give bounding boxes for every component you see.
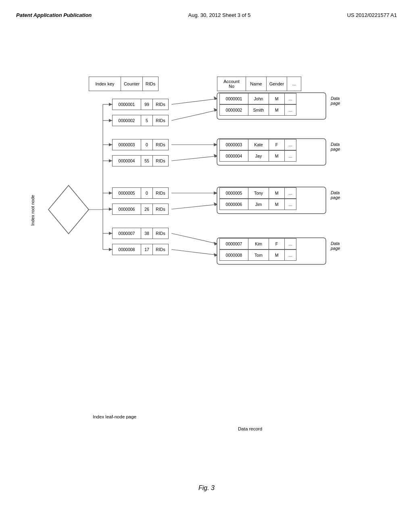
dc-dots-5: ... xyxy=(284,199,296,210)
dc-id-5: 0000006 xyxy=(219,199,248,210)
dc-name-2: Kate xyxy=(248,139,269,150)
page: Patent Application Publication Aug. 30, … xyxy=(0,0,413,532)
dc-dots-0: ... xyxy=(284,93,296,104)
dhdr-gender: Gender xyxy=(266,77,287,91)
svg-marker-11 xyxy=(109,103,112,106)
dc-gender-1: M xyxy=(269,104,285,116)
index-header-table: Index key Counter RIDs xyxy=(89,77,159,91)
dc-gender-3: M xyxy=(269,150,285,162)
svg-marker-32 xyxy=(214,242,218,245)
dc-gender-6: F xyxy=(269,238,285,249)
leaf-row-7: 0000008 17 RIDs xyxy=(112,244,169,255)
leaf-row-0: 0000001 99 RIDs xyxy=(112,99,169,110)
svg-marker-20 xyxy=(214,96,218,100)
leaf-id-6: 0000007 xyxy=(112,228,141,239)
svg-marker-24 xyxy=(214,143,218,146)
data-page-label-2: Datapage xyxy=(331,142,340,152)
header-left: Patent Application Publication xyxy=(16,12,92,18)
hdr-index-key: Index key xyxy=(89,77,121,91)
dc-id-0: 0000001 xyxy=(219,93,248,104)
svg-line-29 xyxy=(171,204,218,209)
dc-name-6: Kim xyxy=(248,238,269,249)
data-page-label-4: Datapage xyxy=(331,241,340,251)
leaf-rids-5: RIDs xyxy=(152,204,169,215)
page-header: Patent Application Publication Aug. 30, … xyxy=(16,12,397,18)
leaf-rids-7: RIDs xyxy=(152,244,169,255)
leaf-rids-6: RIDs xyxy=(152,228,169,239)
leaf-id-5: 0000006 xyxy=(112,204,141,215)
leaf-rids-2: RIDs xyxy=(152,139,169,150)
root-node-label: Index root node xyxy=(30,177,35,226)
data-row-0: 0000001 John M ... xyxy=(219,93,296,104)
dhdr-account: AccountNo xyxy=(217,77,246,91)
dc-id-6: 0000007 xyxy=(219,238,248,249)
leaf-id-3: 0000004 xyxy=(112,155,141,166)
dc-dots-2: ... xyxy=(284,139,296,150)
leaf-counter-0: 99 xyxy=(141,99,153,110)
svg-line-19 xyxy=(171,99,218,104)
leaf-counter-3: 55 xyxy=(141,155,153,166)
dc-gender-2: F xyxy=(269,139,285,150)
leaf-counter-4: 0 xyxy=(141,187,153,199)
dc-id-4: 0000005 xyxy=(219,187,248,199)
dhdr-dots: ... xyxy=(287,77,301,91)
leaf-rids-1: RIDs xyxy=(152,115,169,126)
svg-marker-18 xyxy=(109,248,112,251)
data-row-6: 0000007 Kim F ... xyxy=(219,238,296,249)
svg-marker-28 xyxy=(214,191,218,195)
leaf-row-3: 0000004 55 RIDs xyxy=(112,155,169,166)
dc-name-3: Jay xyxy=(248,150,269,162)
dc-dots-7: ... xyxy=(284,249,296,261)
leaf-rids-0: RIDs xyxy=(152,99,169,110)
data-header-table: AccountNo Name Gender ... xyxy=(217,77,301,91)
dc-name-1: Smith xyxy=(248,104,269,116)
dc-name-5: Jim xyxy=(248,199,269,210)
dc-id-7: 0000008 xyxy=(219,249,248,261)
svg-marker-26 xyxy=(214,154,218,158)
dc-id-3: 0000004 xyxy=(219,150,248,162)
data-row-4: 0000005 Tony M ... xyxy=(219,187,296,199)
leaf-rids-4: RIDs xyxy=(152,187,169,199)
svg-line-33 xyxy=(171,249,218,255)
leaf-row-5: 0000006 26 RIDs xyxy=(112,204,169,215)
svg-marker-13 xyxy=(109,143,112,146)
data-row-1: 0000002 Smith M ... xyxy=(219,104,296,116)
leaf-id-7: 0000008 xyxy=(112,244,141,255)
svg-marker-34 xyxy=(214,253,218,257)
svg-marker-14 xyxy=(109,159,112,162)
leaf-counter-1: 5 xyxy=(141,115,153,126)
data-row-3: 0000004 Jay M ... xyxy=(219,150,296,162)
data-page-label-3: Datapage xyxy=(331,190,340,200)
svg-marker-0 xyxy=(48,185,89,234)
dc-dots-3: ... xyxy=(284,150,296,162)
svg-marker-15 xyxy=(109,191,112,195)
data-row-2: 0000003 Kate F ... xyxy=(219,139,296,150)
data-page-label-1: Datapage xyxy=(331,96,340,106)
dc-id-1: 0000002 xyxy=(219,104,248,116)
leaf-row-2: 0000003 0 RIDs xyxy=(112,139,169,150)
svg-marker-22 xyxy=(214,108,218,112)
dc-dots-6: ... xyxy=(284,238,296,249)
dc-id-2: 0000003 xyxy=(219,139,248,150)
leaf-counter-6: 38 xyxy=(141,228,153,239)
svg-line-21 xyxy=(171,110,218,121)
svg-marker-12 xyxy=(109,119,112,122)
dhdr-name: Name xyxy=(246,77,267,91)
svg-marker-30 xyxy=(214,202,218,206)
leaf-row-6: 0000007 38 RIDs xyxy=(112,228,169,239)
hdr-counter: Counter xyxy=(121,77,143,91)
hdr-rids: RIDs xyxy=(142,77,159,91)
dc-gender-5: M xyxy=(269,199,285,210)
svg-line-25 xyxy=(171,156,218,161)
dc-gender-7: M xyxy=(269,249,285,261)
diagram: Index key Counter RIDs AccountNo Name Ge… xyxy=(24,52,387,435)
leaf-row-1: 0000002 5 RIDs xyxy=(112,115,169,126)
leaf-row-4: 0000005 0 RIDs xyxy=(112,187,169,199)
leaf-counter-5: 26 xyxy=(141,204,153,215)
svg-marker-17 xyxy=(109,232,112,235)
dc-name-0: John xyxy=(248,93,269,104)
leaf-id-2: 0000003 xyxy=(112,139,141,150)
dc-gender-4: M xyxy=(269,187,285,199)
header-center: Aug. 30, 2012 Sheet 3 of 5 xyxy=(188,12,251,18)
leaf-counter-2: 0 xyxy=(141,139,153,150)
